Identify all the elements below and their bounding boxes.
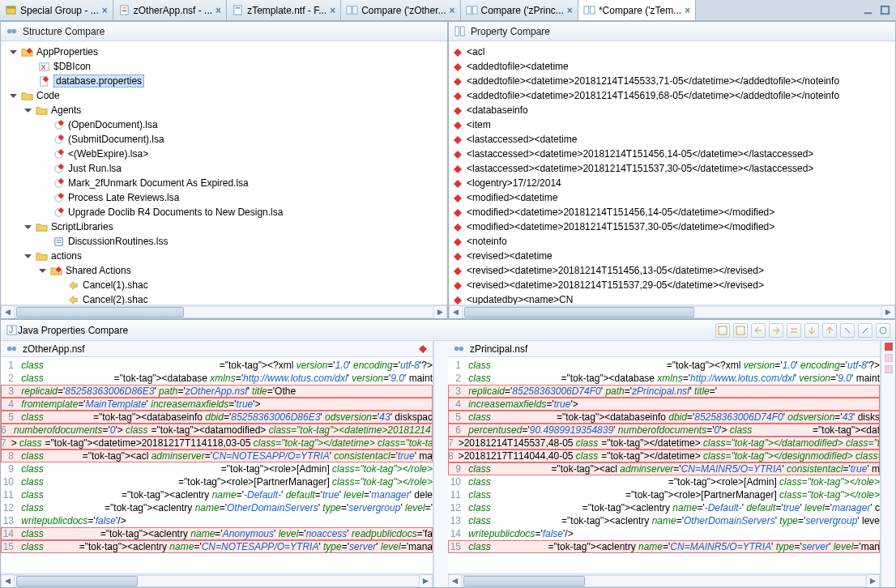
tool-prev-diff[interactable] — [822, 323, 837, 338]
property-row[interactable]: <revised><datetime>20181214T151456,13-05… — [454, 263, 890, 278]
h-scrollbar[interactable]: ◄► — [448, 573, 880, 587]
code-line[interactable]: 3 replicaid='85258363006D86E3' path='zOt… — [1, 385, 433, 398]
tool-prev-change[interactable] — [858, 323, 873, 338]
code-line[interactable]: 5 class="tok-tag"><databaseinfo dbid='85… — [448, 411, 880, 424]
property-row[interactable]: <lastaccessed><datetime>20181214T151456,… — [454, 147, 890, 161]
tree-row[interactable]: database.properties — [6, 74, 446, 88]
property-row[interactable]: <item — [454, 117, 890, 132]
code-line[interactable]: 15 class="tok-tag"><aclentry name='CN=MA… — [448, 540, 880, 553]
tool-copy-left[interactable] — [751, 323, 766, 338]
tree-row[interactable]: Agents — [6, 103, 446, 117]
right-code-editor[interactable]: 1 class="tok-tag"><?xml version='1.0' en… — [448, 357, 880, 573]
tree-row[interactable]: ScriptLibraries — [6, 219, 446, 234]
tab-special-group[interactable]: Special Group - ... × — [0, 0, 113, 20]
code-line[interactable]: 10 class="tok-tag"><role>[PartnerManager… — [1, 475, 433, 488]
close-icon[interactable]: × — [330, 5, 335, 16]
code-line[interactable]: 9 class="tok-tag"><acl adminserver='CN=M… — [448, 462, 880, 475]
tree-row[interactable]: Cancel(2).shac — [6, 292, 446, 305]
tool-copy-all-right[interactable] — [733, 323, 748, 338]
property-row[interactable]: <revised><datetime>20181214T151537,29-05… — [454, 278, 890, 292]
tree-row[interactable]: Code — [6, 88, 446, 103]
tree-row[interactable]: Cancel(1).shac — [6, 278, 446, 292]
tree-row[interactable]: (OpenDocument).lsa — [6, 117, 446, 132]
tree-row[interactable]: <(WebExpire).lsa> — [6, 147, 446, 161]
left-code-editor[interactable]: 1 class="tok-tag"><?xml version='1.0' en… — [1, 357, 433, 573]
code-line[interactable]: 11 class="tok-tag"><aclentry name='-Defa… — [1, 488, 433, 501]
diff-overview-right[interactable] — [881, 341, 895, 587]
property-row[interactable]: <logentry>17/12/2014 — [454, 176, 890, 190]
tab-ztemplate[interactable]: zTemplate.ntf - F... × — [227, 0, 341, 20]
code-line[interactable]: 4 fromtemplate='MainTemplate' increasema… — [1, 398, 433, 411]
tree-row[interactable]: x$DBIcon — [6, 59, 446, 74]
expand-open-icon[interactable] — [9, 48, 18, 57]
code-line[interactable]: 2 class="tok-tag"><database xmlns='http:… — [1, 372, 433, 385]
code-line[interactable]: 7> class="tok-tag"><datetime>20181217T11… — [1, 437, 433, 450]
code-line[interactable]: 9 class="tok-tag"><role>[Admin] class="t… — [1, 462, 433, 475]
code-line[interactable]: 15 class="tok-tag"><aclentry name='CN=NO… — [1, 540, 433, 553]
code-line[interactable]: 7>20181214T145537,48-05 class="tok-tag">… — [448, 437, 880, 450]
tool-settings[interactable] — [876, 323, 890, 338]
tool-copy-all-left[interactable] — [715, 323, 730, 338]
tree-row[interactable]: AppProperties — [6, 45, 446, 59]
expand-open-icon[interactable] — [9, 92, 18, 100]
property-row[interactable]: <lastaccessed><datetime>20181214T151537,… — [454, 161, 890, 176]
h-scrollbar[interactable]: ◄► — [1, 573, 433, 587]
tree-row[interactable]: Mark_2fUnmark Document As Expired.lsa — [6, 176, 446, 190]
maximize-icon[interactable] — [879, 4, 891, 16]
tree-row[interactable]: Just Run.lsa — [6, 161, 446, 176]
tree-row[interactable]: Upgrade Doclib R4 Documents to New Desig… — [6, 205, 446, 219]
code-line[interactable]: 13 writepublicdocs='false'/> — [1, 514, 433, 527]
property-row[interactable]: <revised><datetime — [454, 249, 890, 263]
close-icon[interactable]: × — [215, 5, 221, 16]
property-row[interactable]: <noteinfo — [454, 234, 890, 249]
code-line[interactable]: 10 class="tok-tag"><role>[Admin] class="… — [448, 475, 880, 488]
expand-open-icon[interactable] — [23, 223, 32, 232]
code-line[interactable]: 14 writepublicdocs='false'/> — [448, 527, 880, 540]
property-row[interactable]: <modified><datetime — [454, 190, 890, 205]
tree-row[interactable]: Process Late Reviews.lsa — [6, 190, 446, 205]
expand-open-icon[interactable] — [38, 266, 47, 275]
tab-zotherapp[interactable]: zOtherApp.nsf - ... × — [113, 0, 227, 20]
code-line[interactable]: 6 numberofdocuments='0'> class="tok-tag"… — [1, 424, 433, 437]
property-row[interactable]: <addedtofile><datetime>20181214T145619,6… — [454, 88, 890, 103]
code-line[interactable]: 8>20181217T114044,40-05 class="tok-tag">… — [448, 450, 880, 462]
tab-compare-zother[interactable]: Compare ('zOther... × — [341, 0, 460, 20]
close-icon[interactable]: × — [450, 5, 455, 16]
code-line[interactable]: 2 class="tok-tag"><database xmlns='http:… — [448, 372, 880, 385]
tab-compare-zprinc[interactable]: Compare ('zPrinc... × — [461, 0, 578, 20]
property-row[interactable]: <databaseinfo — [454, 103, 890, 117]
tab-compare-ztem-active[interactable]: *Compare ('zTem... × — [578, 0, 696, 20]
property-row[interactable]: <updatedby><name>CN — [454, 292, 890, 305]
property-row[interactable]: <acl — [454, 45, 890, 59]
code-line[interactable]: 13 class="tok-tag"><aclentry name='Other… — [448, 514, 880, 527]
code-line[interactable]: 5 class="tok-tag"><databaseinfo dbid='85… — [1, 411, 433, 424]
h-scrollbar[interactable]: ◄► — [449, 305, 895, 318]
property-row[interactable]: <lastaccessed><datetime — [454, 132, 890, 147]
property-row[interactable]: <addedtofile><datetime>20181214T145533,7… — [454, 74, 890, 88]
tree-row[interactable]: (SubmitDocument).lsa — [6, 132, 446, 147]
code-line[interactable]: 1 class="tok-tag"><?xml version='1.0' en… — [1, 359, 433, 372]
code-line[interactable]: 14 class="tok-tag"><aclentry name='Anony… — [1, 527, 433, 540]
close-icon[interactable]: × — [567, 5, 573, 16]
expand-open-icon[interactable] — [23, 106, 32, 115]
tool-copy-right[interactable] — [769, 323, 783, 338]
code-line[interactable]: 4 increasemaxfields='true'> — [448, 398, 880, 411]
code-line[interactable]: 12 class="tok-tag"><aclentry name='-Defa… — [448, 501, 880, 514]
diff-overview-left[interactable] — [433, 341, 448, 587]
tree-row[interactable]: Shared Actions — [6, 263, 446, 278]
property-row[interactable]: <addedtofile><datetime — [454, 59, 890, 74]
property-list[interactable]: <acl<addedtofile><datetime<addedtofile><… — [449, 41, 895, 305]
property-row[interactable]: <modified><datetime>20181214T151456,14-0… — [454, 205, 890, 219]
code-line[interactable]: 6 percentused='90.4989919354839' numbero… — [448, 424, 880, 437]
expand-open-icon[interactable] — [23, 252, 32, 261]
tree-row[interactable]: DiscussionRoutines.lss — [6, 234, 446, 249]
property-row[interactable]: <modified><datetime>20181214T151537,30-0… — [454, 219, 890, 234]
code-line[interactable]: 12 class="tok-tag"><aclentry name='Other… — [1, 501, 433, 514]
structure-tree[interactable]: AppPropertiesx$DBIcondatabase.properties… — [1, 41, 447, 305]
tool-next-diff[interactable] — [804, 323, 819, 338]
close-icon[interactable]: × — [102, 5, 108, 16]
h-scrollbar[interactable]: ◄► — [1, 305, 447, 318]
minimize-icon[interactable] — [862, 4, 874, 16]
code-line[interactable]: 1 class="tok-tag"><?xml version='1.0' en… — [448, 359, 880, 372]
code-line[interactable]: 11 class="tok-tag"><role>[PartnerManager… — [448, 488, 880, 501]
